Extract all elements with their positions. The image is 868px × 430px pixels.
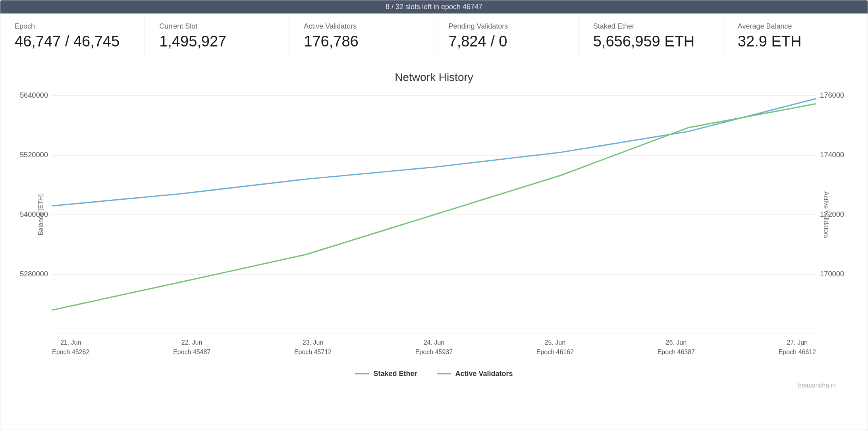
x-tick-0: 21. JunEpoch 45262 — [52, 338, 89, 357]
epoch-bar: 8 / 32 slots left in epoch 46747 — [0, 0, 868, 13]
chart-legend: Staked Ether Active Validators — [16, 370, 852, 378]
stat-item-1: Current Slot 1,495,927 — [145, 13, 289, 59]
chart-section: Network History Balance [ETH] Active Val… — [0, 59, 868, 401]
x-axis: 21. JunEpoch 4526222. JunEpoch 4548723. … — [52, 334, 816, 366]
legend-active-validators-line — [437, 373, 451, 374]
legend-active-validators: Active Validators — [437, 370, 513, 378]
svg-text:176000: 176000 — [820, 91, 844, 100]
stat-item-5: Average Balance 32.9 ETH — [723, 13, 868, 59]
stat-label-4: Staked Ether — [593, 22, 709, 31]
chart-wrapper: Balance [ETH] Active Validators 5640000 … — [16, 96, 852, 366]
chart-svg: 5640000 5520000 5400000 5280000 176000 1… — [52, 96, 816, 334]
legend-staked-ether-line — [355, 373, 369, 374]
epoch-bar-text: 8 / 32 slots left in epoch 46747 — [386, 3, 482, 11]
svg-text:170000: 170000 — [820, 270, 844, 278]
legend-staked-ether-label: Staked Ether — [373, 370, 417, 378]
chart-area: 5640000 5520000 5400000 5280000 176000 1… — [52, 96, 816, 334]
main-container: 8 / 32 slots left in epoch 46747 Epoch 4… — [0, 0, 868, 430]
stat-label-3: Pending Validators — [449, 22, 564, 31]
x-tick-6: 27. JunEpoch 46612 — [779, 338, 816, 357]
stat-value-0: 46,747 / 46,745 — [15, 33, 130, 50]
stat-item-3: Pending Validators 7,824 / 0 — [434, 13, 579, 59]
stat-label-1: Current Slot — [159, 22, 275, 31]
svg-text:174000: 174000 — [820, 150, 844, 159]
watermark: beaconcha.in — [16, 382, 852, 393]
stat-item-2: Active Validators 176,786 — [289, 13, 434, 59]
x-tick-3: 24. JunEpoch 45937 — [415, 338, 453, 357]
chart-title: Network History — [16, 71, 852, 84]
svg-text:5400000: 5400000 — [20, 210, 48, 219]
stat-value-3: 7,824 / 0 — [449, 33, 564, 50]
stat-value-4: 5,656,959 ETH — [593, 33, 709, 50]
svg-text:5640000: 5640000 — [20, 91, 48, 100]
svg-text:5280000: 5280000 — [20, 270, 48, 278]
stats-row: Epoch 46,747 / 46,745 Current Slot 1,495… — [0, 13, 868, 59]
svg-text:172000: 172000 — [820, 210, 844, 219]
x-tick-1: 22. JunEpoch 45487 — [173, 338, 210, 357]
stat-label-5: Average Balance — [738, 22, 853, 31]
x-tick-5: 26. JunEpoch 46387 — [658, 338, 695, 357]
legend-active-validators-label: Active Validators — [455, 370, 513, 378]
x-tick-4: 25. JunEpoch 46162 — [536, 338, 574, 357]
stat-label-0: Epoch — [15, 22, 130, 31]
stat-value-2: 176,786 — [304, 33, 419, 50]
stat-value-1: 1,495,927 — [159, 33, 275, 50]
stat-label-2: Active Validators — [304, 22, 419, 31]
legend-staked-ether: Staked Ether — [355, 370, 417, 378]
x-tick-2: 23. JunEpoch 45712 — [294, 338, 332, 357]
stat-item-4: Staked Ether 5,656,959 ETH — [579, 13, 723, 59]
stat-value-5: 32.9 ETH — [738, 33, 853, 50]
svg-text:5520000: 5520000 — [20, 150, 48, 159]
stat-item-0: Epoch 46,747 / 46,745 — [0, 13, 145, 59]
